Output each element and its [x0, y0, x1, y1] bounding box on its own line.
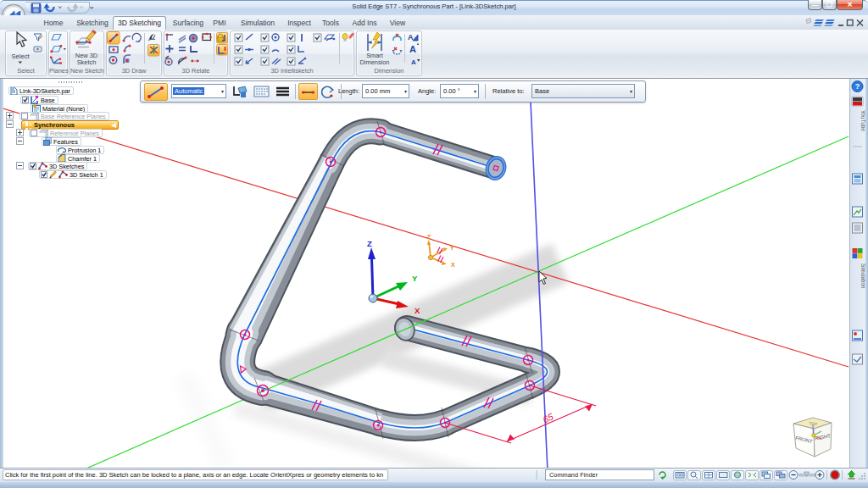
svg-text:65: 65 — [541, 411, 555, 424]
svg-text:Select: Select — [11, 53, 30, 60]
svg-text:A: A — [409, 44, 416, 54]
svg-text:Y: Y — [412, 274, 418, 283]
svg-text:X: X — [415, 306, 420, 315]
svg-text:A: A — [411, 58, 416, 66]
svg-text:Y: Y — [450, 245, 454, 251]
svg-text:Sketch: Sketch — [77, 58, 97, 66]
svg-text:YouTube: YouTube — [860, 110, 865, 131]
svg-text:Z: Z — [427, 234, 431, 240]
svg-text:Z: Z — [367, 239, 372, 248]
svg-text:?: ? — [855, 82, 860, 91]
svg-text:Simulation: Simulation — [860, 263, 865, 289]
svg-text:Dimension: Dimension — [360, 58, 390, 66]
svg-text:X: X — [451, 262, 455, 268]
